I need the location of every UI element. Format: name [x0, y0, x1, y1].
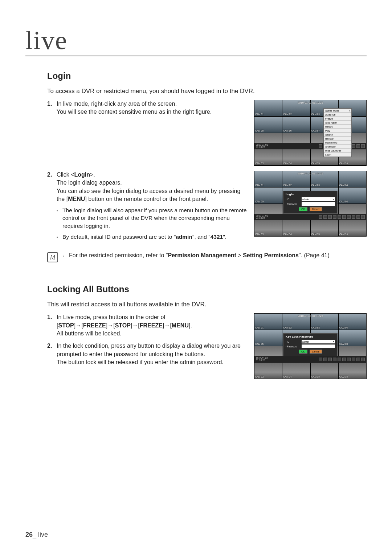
ctx-item[interactable]: Record [324, 125, 351, 129]
lock-step-2: In the lock condition, press any button … [47, 342, 248, 366]
key-lock-title: Key Lock Password [286, 335, 335, 338]
step2-c2: MENU [68, 196, 85, 202]
step2-a3: >. [90, 172, 95, 178]
ctx-item[interactable]: Search [324, 133, 351, 137]
login-step-1b: You will see the context sensitive menu … [57, 109, 212, 115]
step2-a2: Login [74, 172, 90, 178]
step2-a1: Click < [57, 172, 74, 178]
login-cancel-button[interactable]: Cancel [310, 207, 322, 211]
page-title: live [25, 25, 367, 56]
login-note: For the restricted permission, refer to … [63, 252, 330, 259]
figure-context-menu: 2010-01-01 01:10:25 2010-01-0101:10:25 S… [254, 100, 367, 166]
ctx-item[interactable]: Backup [324, 137, 351, 141]
ctx-item[interactable]: Hide Launcher [324, 149, 351, 153]
step2-b: The login dialog appears. [57, 180, 122, 186]
lock-heading: Locking All Buttons [47, 284, 367, 294]
login-step-1a: In live mode, right-click any area of th… [57, 101, 177, 107]
key-lock-dialog: Key Lock Password · IDadmin▼ · Password … [283, 333, 338, 356]
lock-intro: This will restrict access to all buttons… [47, 301, 367, 308]
fig1-timestamp: 2010-01-01 01:10:25 [298, 101, 323, 104]
page-footer: 26_ live [25, 531, 48, 539]
ctx-item[interactable]: Play [324, 129, 351, 133]
login-sub-2: By default, initial ID and password are … [57, 233, 248, 241]
login-dialog: Login · IDadmin▼ · Password OK Cancel [283, 191, 338, 214]
lock-step-1: In Live mode, press buttons in the order… [47, 313, 248, 338]
key-pw-field[interactable] [302, 345, 335, 348]
login-pw-label: · Password [286, 203, 302, 205]
note-icon: M [47, 252, 58, 262]
login-id-label: · ID [286, 198, 302, 201]
login-step-1: In live mode, right-click any area of th… [47, 100, 248, 116]
login-dialog-title: Login [286, 193, 335, 196]
key-pw-label: · Password [286, 345, 302, 348]
login-heading: Login [47, 71, 367, 81]
key-id-label: · ID [286, 341, 302, 343]
figure-key-lock: 2010-01-01 01:10:25 2010-01-0101:10:25 K… [254, 313, 367, 379]
ctx-item[interactable]: Freeze [324, 117, 351, 121]
ctx-item[interactable]: Main Menu [324, 141, 351, 145]
ctx-item[interactable]: Audio Off [324, 113, 351, 117]
key-ok-button[interactable]: OK [299, 350, 307, 354]
ctx-item[interactable]: Shutdown [324, 145, 351, 149]
ctx-item[interactable]: Scene Mode [324, 109, 351, 113]
lock-section: Locking All Buttons This will restrict a… [47, 284, 367, 379]
login-id-field[interactable]: admin▼ [302, 197, 335, 201]
step2-c3: ] button on the remote control or the fr… [85, 196, 208, 202]
login-step-2: Click <Login>. The login dialog appears.… [47, 171, 248, 241]
login-pw-field[interactable] [302, 202, 335, 206]
page-number: 26 [25, 531, 33, 538]
login-ok-button[interactable]: OK [299, 207, 307, 211]
login-sub-1: The login dialog will also appear if you… [57, 206, 248, 230]
context-menu: Scene Mode Audio Off Freeze Stop Alarm R… [323, 108, 352, 157]
key-id-field[interactable]: admin▼ [302, 340, 335, 343]
fig2-timestamp: 2010-01-01 01:10:25 [298, 172, 323, 175]
ctx-item[interactable]: Stop Alarm [324, 121, 351, 125]
key-cancel-button[interactable]: Cancel [310, 350, 322, 354]
ctx-item[interactable]: Login [324, 153, 351, 157]
fig3-timestamp: 2010-01-01 01:10:25 [298, 314, 323, 318]
login-intro: To access a DVR or restricted menu, you … [47, 88, 367, 95]
figure-login-dialog: 2010-01-01 01:10:25 2010-01-0101:10:25 L… [254, 171, 367, 237]
login-section: Login To access a DVR or restricted menu… [47, 71, 367, 262]
